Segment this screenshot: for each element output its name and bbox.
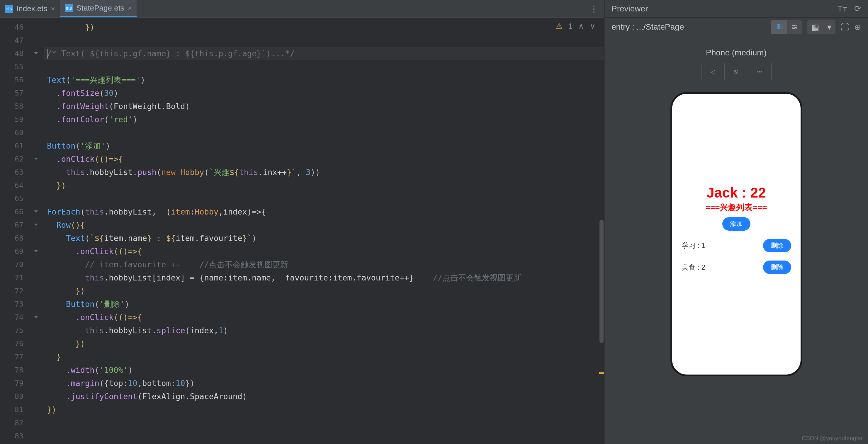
list-item: 学习 : 1 删除: [672, 239, 801, 252]
fold-marker-icon[interactable]: [34, 224, 38, 226]
code-line: Row(){: [44, 218, 604, 231]
code-line: [44, 34, 604, 47]
device-controls: ◁ ⎋ ⋯: [604, 63, 868, 80]
code-line: .width('100%'): [44, 363, 604, 377]
line-gutter: 46 47 48 55 56 57 58 59 60 61 62 63 64 6…: [0, 18, 32, 444]
code-line: }: [44, 350, 604, 363]
code-line: }): [44, 179, 604, 192]
app-title: Jack : 22: [672, 185, 801, 201]
tabs-bar: ets Index.ets × ets StatePage.ets × ⋮: [0, 0, 604, 18]
inspect-toggle[interactable]: 👁 ≋: [771, 20, 802, 34]
code-line: }): [44, 337, 604, 350]
code-line: .margin({top:10,bottom:10}): [44, 377, 604, 390]
list-item: 美食 : 2 删除: [672, 260, 801, 274]
code-line: [44, 126, 604, 139]
app-subtitle: ===兴趣列表===: [672, 202, 801, 213]
gutter-marker: [599, 372, 604, 374]
code-line: .fontSize(30): [44, 87, 604, 100]
more-icon[interactable]: ⋯: [748, 63, 772, 80]
tabs-more-icon[interactable]: ⋮: [584, 3, 604, 14]
code-line: .fontWeight(FontWeight.Bold): [44, 100, 604, 113]
expand-icon[interactable]: ⛶: [841, 22, 849, 32]
code-line: ForEach(this.hobbyList, (item:Hobby,inde…: [44, 205, 604, 218]
tab-label: Index.ets: [17, 4, 48, 13]
code-line: [44, 430, 604, 443]
add-button[interactable]: 添加: [722, 217, 750, 231]
close-icon[interactable]: ×: [51, 5, 55, 13]
tab-statepage-ets[interactable]: ets StatePage.ets ×: [60, 0, 137, 17]
entry-label: entry : .../StatePage: [612, 22, 684, 32]
layers-icon: ≋: [787, 20, 802, 34]
code-line: // item.favourite ++ //点击不会触发视图更新: [44, 258, 604, 271]
code-editor[interactable]: 46 47 48 55 56 57 58 59 60 61 62 63 64 6…: [0, 18, 604, 444]
phone-side-button: [801, 185, 802, 231]
fold-column: [32, 18, 44, 444]
prev-issue-icon[interactable]: ∧: [578, 22, 584, 31]
code-line: [44, 60, 604, 73]
next-issue-icon[interactable]: ∨: [590, 22, 595, 31]
previewer-pane: Previewer Tᴛ ⟳ ⚙ entry : .../StatePage 👁…: [604, 0, 868, 444]
code-line: }: [44, 443, 604, 444]
previewer-title: Previewer: [612, 4, 648, 13]
grid-icon: ▦: [807, 20, 823, 34]
code-line: Text(`${item.name} : ${item.favourite}`): [44, 231, 604, 245]
code-line: this.hobbyList.splice(index,1): [44, 324, 604, 337]
code-line: [44, 192, 604, 205]
rotate-icon[interactable]: ⎋: [725, 63, 748, 80]
code-line: .onClick(()=>{: [44, 152, 604, 166]
code-line: this.hobbyList[index] = {name:item.name,…: [44, 271, 604, 284]
fold-marker-icon[interactable]: [34, 211, 38, 213]
device-label: Phone (medium): [604, 36, 868, 63]
code-line: .onClick(()=>{: [44, 311, 604, 324]
phone-side-button: [801, 152, 802, 179]
editor-area: ets Index.ets × ets StatePage.ets × ⋮ 46…: [0, 0, 604, 444]
refresh-icon[interactable]: ⟳: [854, 4, 861, 13]
nav-back-icon[interactable]: ◁: [701, 63, 725, 80]
tab-label: StatePage.ets: [76, 3, 124, 12]
chevron-down-icon: ▾: [823, 20, 835, 34]
text-size-icon[interactable]: Tᴛ: [838, 4, 847, 13]
view-mode-group[interactable]: ▦ ▾: [807, 20, 835, 34]
ets-file-icon: ets: [5, 5, 13, 13]
watermark: CSDN @youyoufenglai: [802, 435, 862, 442]
fold-marker-icon[interactable]: [34, 250, 38, 252]
code-line: .onClick(()=>{: [44, 245, 604, 258]
phone-preview: Jack : 22 ===兴趣列表=== 添加 学习 : 1 删除 美食 : 2…: [671, 92, 802, 376]
fold-marker-icon[interactable]: [34, 52, 38, 55]
fold-marker-icon[interactable]: [34, 316, 38, 318]
code-line: .fontColor('red'): [44, 113, 604, 126]
code-line: this.hobbyList.push(new Hobby(`兴趣${this.…: [44, 166, 604, 179]
tab-index-ets[interactable]: ets Index.ets ×: [0, 0, 60, 17]
code-line: [44, 416, 604, 430]
item-label: 学习 : 1: [682, 241, 705, 250]
ets-file-icon: ets: [65, 4, 73, 12]
close-icon[interactable]: ×: [128, 4, 132, 12]
delete-button[interactable]: 删除: [763, 260, 791, 274]
code-line: }): [44, 21, 604, 34]
warning-icon: ⚠: [556, 22, 562, 31]
code-line: }): [44, 284, 604, 297]
code-line: /* Text(`${this.p.gf.name} : ${this.p.gf…: [44, 47, 604, 60]
eye-icon: 👁: [771, 20, 787, 34]
item-label: 美食 : 2: [682, 262, 705, 272]
scrollbar-thumb[interactable]: [599, 220, 603, 343]
code-line: Text('===兴趣列表==='): [44, 73, 604, 87]
warning-count: 1: [568, 22, 572, 31]
delete-button[interactable]: 删除: [763, 239, 791, 252]
editor-indicators[interactable]: ⚠ 1 ∧ ∨: [556, 22, 595, 31]
zoom-icon[interactable]: ⊕: [854, 22, 861, 32]
code-line: .justifyContent(FlexAlign.SpaceAround): [44, 390, 604, 403]
code-line: }): [44, 403, 604, 416]
code-line: Button('添加'): [44, 139, 604, 152]
fold-marker-icon[interactable]: [34, 158, 38, 160]
code-line: Button('删除'): [44, 297, 604, 311]
